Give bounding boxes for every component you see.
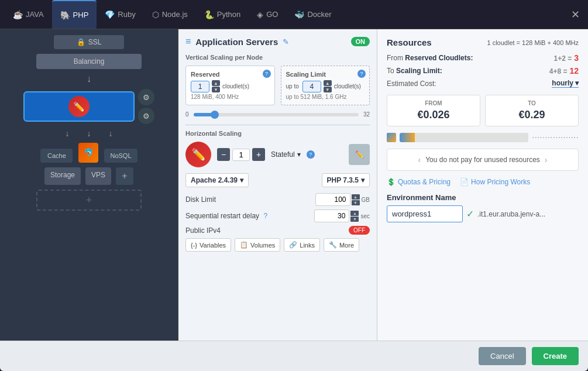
php-dropdown-icon: ▾ — [361, 176, 365, 184]
to-scaling-row: To Scaling Limit: 4+8 = 12 — [387, 66, 579, 75]
from-cloudlets-row: From Reserved Cloudlets: 1+2 = 3 — [387, 53, 579, 63]
restart-help-icon[interactable]: ? — [263, 212, 267, 220]
dropdown-arrow-icon: ▾ — [297, 150, 301, 159]
restart-input[interactable]: 30 — [314, 209, 349, 222]
cancel-button[interactable]: Cancel — [479, 347, 525, 365]
cost-dropdown-icon: ▾ — [575, 79, 579, 87]
banner-right-arrow[interactable]: › — [545, 155, 548, 164]
restart-stepper[interactable]: ▲ ▼ — [350, 211, 359, 222]
links-icon: 🔗 — [289, 241, 297, 249]
scaling-limit-box: Scaling Limit up to 4 ▲ ▼ cloudlet(s) up… — [281, 66, 370, 105]
how-pricing-link[interactable]: 📄 How Pricing Works — [460, 178, 530, 186]
cost-dropdown[interactable]: hourly ▾ — [552, 79, 579, 88]
tab-php[interactable]: 🐘 PHP — [52, 0, 97, 29]
tab-nodejs[interactable]: ⬡ Node.js — [144, 0, 196, 29]
stateful-select[interactable]: Stateful ▾ — [271, 150, 301, 159]
right-panel: Resources 1 cloudlet = 128 MiB + 400 MHz… — [377, 29, 588, 341]
tab-python[interactable]: 🐍 Python — [196, 0, 249, 29]
scaling-input: up to 4 ▲ ▼ cloudlet(s) — [286, 80, 365, 92]
count-decrease[interactable]: − — [217, 148, 230, 161]
cloudlet-slider[interactable] — [194, 113, 359, 116]
scaling-stepper[interactable]: ▲ ▼ — [324, 80, 332, 92]
apache-select[interactable]: Apache 2.4.39 ▾ — [185, 173, 249, 187]
restart-delay-row: Sequential restart delay ? 30 ▲ ▼ sec — [185, 209, 370, 222]
edit-icon[interactable]: ✎ — [283, 37, 289, 46]
tab-java[interactable]: ☕ JAVA — [5, 0, 52, 29]
edit-pencil-button[interactable]: ✏️ — [349, 144, 370, 165]
ipv4-toggle[interactable]: OFF — [349, 226, 370, 235]
horizontal-scaling: Horizontal Scaling ✏️ − 1 + Stateful ▾ ?… — [185, 130, 370, 167]
variables-button[interactable]: {-} Variables — [185, 238, 231, 252]
env-name-row: ✓ .it1.eur.aruba.jenv-a... — [387, 205, 579, 222]
check-icon: ✓ — [466, 208, 474, 219]
ruby-icon: 💎 — [105, 10, 115, 19]
create-button[interactable]: Create — [532, 347, 579, 365]
tab-go[interactable]: ◈ GO — [249, 0, 286, 29]
storage-button[interactable]: Storage — [44, 167, 81, 185]
restart-value-group: 30 ▲ ▼ sec — [279, 209, 370, 222]
close-button[interactable]: ✕ — [568, 8, 582, 22]
more-icon: 🔧 — [329, 241, 337, 249]
dots-right: ·················· — [532, 132, 579, 143]
nodejs-icon: ⬡ — [152, 10, 159, 19]
storage-row: Storage VPS + — [44, 167, 133, 185]
tab-docker[interactable]: 🐳 Docker — [286, 0, 339, 29]
disk-limit-row: Disk Limit 100 ▲ ▼ GB — [185, 193, 370, 206]
volumes-button[interactable]: 📋 Volumes — [235, 238, 280, 252]
ssl-button[interactable]: 🔒 SSL — [54, 35, 124, 49]
add-large-button[interactable]: + — [36, 190, 142, 211]
app-server-node[interactable]: ✏️ — [23, 91, 135, 122]
tab-ruby[interactable]: 💎 Ruby — [97, 0, 143, 29]
balancing-button[interactable]: Balancing — [36, 54, 142, 69]
dollar-icon: 💲 — [387, 178, 396, 186]
disk-stepper[interactable]: ▲ ▼ — [352, 194, 360, 205]
domain-label: .it1.eur.aruba.jenv-a... — [477, 210, 545, 218]
reserved-box: Reserved 1 ▲ ▼ cloudlet(s) 128 MiB, 400 … — [185, 66, 275, 105]
count-increase[interactable]: + — [252, 148, 265, 161]
db-node[interactable]: 🐬 — [78, 143, 98, 163]
php-select[interactable]: PHP 7.3.5 ▾ — [322, 173, 370, 187]
reserved-help-icon[interactable]: ? — [263, 70, 271, 78]
env-name-input[interactable] — [387, 205, 463, 222]
go-icon: ◈ — [257, 10, 263, 19]
price-cards: FROM €0.026 TO €0.29 — [387, 95, 579, 126]
to-price-card: TO €0.29 — [485, 95, 579, 126]
ipv4-row: Public IPv4 OFF — [185, 226, 370, 235]
nosql-node[interactable]: NoSQL — [104, 149, 137, 163]
restart-up[interactable]: ▲ — [350, 211, 359, 216]
quotas-pricing-link[interactable]: 💲 Quotas & Pricing — [387, 178, 451, 186]
disk-down[interactable]: ▼ — [352, 200, 360, 205]
app-small-icon: ✏️ — [185, 142, 211, 167]
from-price-card: FROM €0.026 — [387, 95, 480, 126]
stateful-help-icon[interactable]: ? — [307, 150, 315, 159]
pricing-links: 💲 Quotas & Pricing 📄 How Pricing Works — [387, 178, 579, 186]
count-value: 1 — [232, 149, 250, 161]
vps-button[interactable]: VPS — [85, 167, 111, 185]
python-icon: 🐍 — [204, 10, 214, 19]
count-control: − 1 + — [217, 148, 265, 161]
more-button[interactable]: 🔧 More — [324, 238, 359, 252]
disk-input[interactable]: 100 — [315, 193, 350, 206]
toggle-on[interactable]: ON — [351, 37, 370, 46]
disk-up[interactable]: ▲ — [352, 194, 360, 200]
restart-down[interactable]: ▼ — [350, 217, 359, 222]
lock-icon: 🔒 — [77, 38, 85, 46]
docker-icon: 🐳 — [294, 10, 304, 19]
price-bar-container: ·················· — [387, 132, 579, 143]
banner-left-arrow[interactable]: ‹ — [418, 155, 421, 164]
estimated-cost-row: Estimated Cost: hourly ▾ — [387, 79, 579, 88]
gear-icon: ⚙ — [138, 89, 154, 105]
scaling-help-icon[interactable]: ? — [357, 70, 366, 78]
env-name-label: Environment Name — [387, 193, 579, 202]
tab-bar: ☕ JAVA 🐘 PHP 💎 Ruby ⬡ Node.js 🐍 Python ◈… — [0, 0, 588, 29]
version-row: Apache 2.4.39 ▾ PHP 7.3.5 ▾ — [185, 173, 370, 187]
resources-header: Resources 1 cloudlet = 128 MiB + 400 MHz — [387, 37, 579, 47]
scaling-section-label: Vertical Scaling per Node — [185, 54, 370, 61]
reserved-stepper[interactable]: ▲ ▼ — [212, 80, 220, 92]
links-button[interactable]: 🔗 Links — [284, 238, 320, 252]
add-storage-button[interactable]: + — [116, 167, 133, 185]
node-arrows: ↓ ↓ ↓ — [66, 129, 113, 138]
modal-window: ☕ JAVA 🐘 PHP 💎 Ruby ⬡ Node.js 🐍 Python ◈… — [0, 0, 588, 371]
gear2-icon: ⚙ — [138, 108, 154, 124]
cache-node[interactable]: Cache — [40, 149, 73, 163]
